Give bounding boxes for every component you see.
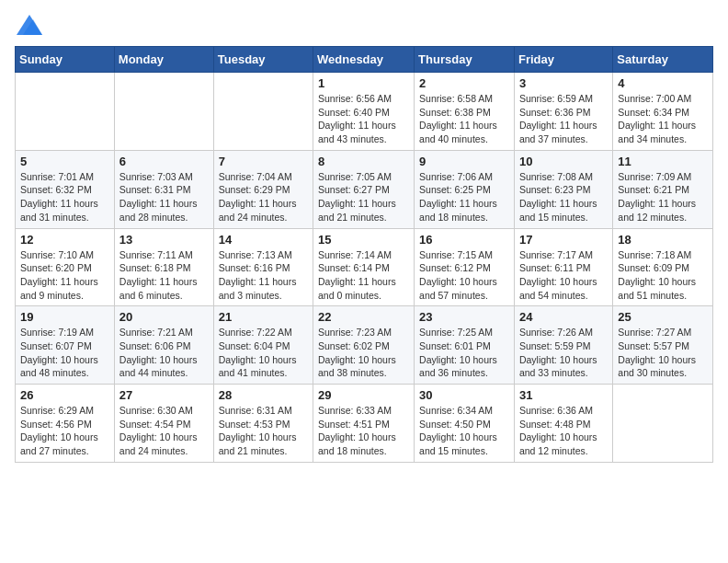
day-number: 20 — [119, 310, 209, 324]
calendar-week-4: 19Sunrise: 7:19 AM Sunset: 6:07 PM Dayli… — [16, 306, 713, 385]
day-info: Sunrise: 7:21 AM Sunset: 6:06 PM Dayligh… — [119, 326, 209, 380]
day-info: Sunrise: 6:29 AM Sunset: 4:56 PM Dayligh… — [20, 404, 109, 458]
day-number: 26 — [20, 388, 109, 402]
day-info: Sunrise: 7:09 AM Sunset: 6:21 PM Dayligh… — [618, 170, 708, 224]
calendar-cell: 9Sunrise: 7:06 AM Sunset: 6:25 PM Daylig… — [415, 150, 515, 228]
calendar-cell: 10Sunrise: 7:08 AM Sunset: 6:23 PM Dayli… — [514, 150, 612, 228]
calendar-cell: 13Sunrise: 7:11 AM Sunset: 6:18 PM Dayli… — [114, 228, 213, 306]
day-number: 6 — [119, 155, 209, 168]
calendar-week-5: 26Sunrise: 6:29 AM Sunset: 4:56 PM Dayli… — [16, 385, 713, 463]
calendar-cell: 7Sunrise: 7:04 AM Sunset: 6:29 PM Daylig… — [213, 150, 313, 228]
day-info: Sunrise: 7:27 AM Sunset: 5:57 PM Dayligh… — [618, 326, 708, 380]
calendar-cell: 30Sunrise: 6:34 AM Sunset: 4:50 PM Dayli… — [415, 385, 515, 463]
weekday-header-thursday: Thursday — [415, 47, 515, 73]
day-info: Sunrise: 7:11 AM Sunset: 6:18 PM Dayligh… — [119, 248, 209, 303]
calendar-cell: 1Sunrise: 6:56 AM Sunset: 6:40 PM Daylig… — [313, 73, 415, 151]
calendar-cell: 11Sunrise: 7:09 AM Sunset: 6:21 PM Dayli… — [613, 150, 713, 228]
calendar-cell: 8Sunrise: 7:05 AM Sunset: 6:27 PM Daylig… — [313, 150, 415, 228]
day-info: Sunrise: 7:10 AM Sunset: 6:20 PM Dayligh… — [20, 248, 109, 303]
day-info: Sunrise: 7:04 AM Sunset: 6:29 PM Dayligh… — [219, 170, 308, 224]
day-number: 27 — [119, 388, 209, 402]
weekday-header-sunday: Sunday — [16, 47, 115, 73]
day-info: Sunrise: 6:31 AM Sunset: 4:53 PM Dayligh… — [219, 404, 308, 458]
day-info: Sunrise: 7:26 AM Sunset: 5:59 PM Dayligh… — [519, 326, 608, 380]
day-number: 22 — [318, 310, 409, 324]
weekday-header-tuesday: Tuesday — [213, 47, 313, 73]
calendar-cell: 27Sunrise: 6:30 AM Sunset: 4:54 PM Dayli… — [114, 385, 213, 463]
day-info: Sunrise: 7:15 AM Sunset: 6:12 PM Dayligh… — [419, 248, 509, 303]
calendar-cell: 15Sunrise: 7:14 AM Sunset: 6:14 PM Dayli… — [313, 228, 415, 306]
day-info: Sunrise: 7:00 AM Sunset: 6:34 PM Dayligh… — [618, 92, 708, 146]
calendar-cell — [213, 73, 313, 151]
calendar-cell: 5Sunrise: 7:01 AM Sunset: 6:32 PM Daylig… — [16, 150, 115, 228]
day-info: Sunrise: 6:59 AM Sunset: 6:36 PM Dayligh… — [519, 92, 608, 146]
day-number: 15 — [318, 233, 409, 247]
day-info: Sunrise: 6:56 AM Sunset: 6:40 PM Dayligh… — [318, 92, 409, 146]
header — [15, 15, 713, 35]
calendar-cell: 2Sunrise: 6:58 AM Sunset: 6:38 PM Daylig… — [415, 73, 515, 151]
day-number: 14 — [219, 233, 308, 247]
calendar-week-3: 12Sunrise: 7:10 AM Sunset: 6:20 PM Dayli… — [16, 228, 713, 306]
day-number: 5 — [20, 155, 109, 168]
day-info: Sunrise: 7:05 AM Sunset: 6:27 PM Dayligh… — [318, 170, 409, 224]
weekday-header-friday: Friday — [514, 47, 612, 73]
calendar-cell: 6Sunrise: 7:03 AM Sunset: 6:31 PM Daylig… — [114, 150, 213, 228]
weekday-header-wednesday: Wednesday — [313, 47, 415, 73]
day-number: 8 — [318, 155, 409, 168]
day-number: 31 — [519, 388, 608, 402]
day-number: 4 — [618, 76, 708, 90]
calendar-cell: 14Sunrise: 7:13 AM Sunset: 6:16 PM Dayli… — [213, 228, 313, 306]
calendar-cell: 28Sunrise: 6:31 AM Sunset: 4:53 PM Dayli… — [213, 385, 313, 463]
day-info: Sunrise: 7:01 AM Sunset: 6:32 PM Dayligh… — [20, 170, 109, 224]
day-info: Sunrise: 7:23 AM Sunset: 6:02 PM Dayligh… — [318, 326, 409, 380]
day-info: Sunrise: 6:58 AM Sunset: 6:38 PM Dayligh… — [419, 92, 509, 146]
calendar-cell: 17Sunrise: 7:17 AM Sunset: 6:11 PM Dayli… — [514, 228, 612, 306]
day-number: 10 — [519, 155, 608, 168]
day-number: 3 — [519, 76, 608, 90]
day-number: 2 — [419, 76, 509, 90]
calendar-cell: 12Sunrise: 7:10 AM Sunset: 6:20 PM Dayli… — [16, 228, 115, 306]
day-number: 19 — [20, 310, 109, 324]
weekday-header-row: SundayMondayTuesdayWednesdayThursdayFrid… — [16, 47, 713, 73]
day-info: Sunrise: 7:17 AM Sunset: 6:11 PM Dayligh… — [519, 248, 608, 303]
day-number: 25 — [618, 310, 708, 324]
day-number: 7 — [219, 155, 308, 168]
calendar-cell: 26Sunrise: 6:29 AM Sunset: 4:56 PM Dayli… — [16, 385, 115, 463]
calendar-cell: 16Sunrise: 7:15 AM Sunset: 6:12 PM Dayli… — [415, 228, 515, 306]
day-number: 12 — [20, 233, 109, 247]
day-number: 17 — [519, 233, 608, 247]
day-info: Sunrise: 7:19 AM Sunset: 6:07 PM Dayligh… — [20, 326, 109, 380]
logo — [15, 15, 42, 35]
day-number: 18 — [618, 233, 708, 247]
day-info: Sunrise: 6:33 AM Sunset: 4:51 PM Dayligh… — [318, 404, 409, 458]
day-number: 16 — [419, 233, 509, 247]
day-number: 1 — [318, 76, 409, 90]
calendar-cell: 3Sunrise: 6:59 AM Sunset: 6:36 PM Daylig… — [514, 73, 612, 151]
day-info: Sunrise: 7:03 AM Sunset: 6:31 PM Dayligh… — [119, 170, 209, 224]
calendar-cell — [16, 73, 115, 151]
calendar-week-2: 5Sunrise: 7:01 AM Sunset: 6:32 PM Daylig… — [16, 150, 713, 228]
day-number: 29 — [318, 388, 409, 402]
day-number: 28 — [219, 388, 308, 402]
day-number: 21 — [219, 310, 308, 324]
calendar-cell: 23Sunrise: 7:25 AM Sunset: 6:01 PM Dayli… — [415, 306, 515, 385]
day-info: Sunrise: 7:14 AM Sunset: 6:14 PM Dayligh… — [318, 248, 409, 303]
calendar-week-1: 1Sunrise: 6:56 AM Sunset: 6:40 PM Daylig… — [16, 73, 713, 151]
day-number: 13 — [119, 233, 209, 247]
weekday-header-monday: Monday — [114, 47, 213, 73]
day-info: Sunrise: 6:30 AM Sunset: 4:54 PM Dayligh… — [119, 404, 209, 458]
day-info: Sunrise: 7:25 AM Sunset: 6:01 PM Dayligh… — [419, 326, 509, 380]
day-number: 30 — [419, 388, 509, 402]
day-info: Sunrise: 6:34 AM Sunset: 4:50 PM Dayligh… — [419, 404, 509, 458]
calendar-cell — [114, 73, 213, 151]
logo-icon — [17, 15, 42, 35]
day-number: 23 — [419, 310, 509, 324]
calendar-table: SundayMondayTuesdayWednesdayThursdayFrid… — [15, 46, 713, 463]
calendar-cell: 19Sunrise: 7:19 AM Sunset: 6:07 PM Dayli… — [16, 306, 115, 385]
day-info: Sunrise: 7:22 AM Sunset: 6:04 PM Dayligh… — [219, 326, 308, 380]
calendar-cell: 21Sunrise: 7:22 AM Sunset: 6:04 PM Dayli… — [213, 306, 313, 385]
day-number: 11 — [618, 155, 708, 168]
page: SundayMondayTuesdayWednesdayThursdayFrid… — [0, 0, 728, 563]
calendar-cell: 29Sunrise: 6:33 AM Sunset: 4:51 PM Dayli… — [313, 385, 415, 463]
day-info: Sunrise: 7:08 AM Sunset: 6:23 PM Dayligh… — [519, 170, 608, 224]
